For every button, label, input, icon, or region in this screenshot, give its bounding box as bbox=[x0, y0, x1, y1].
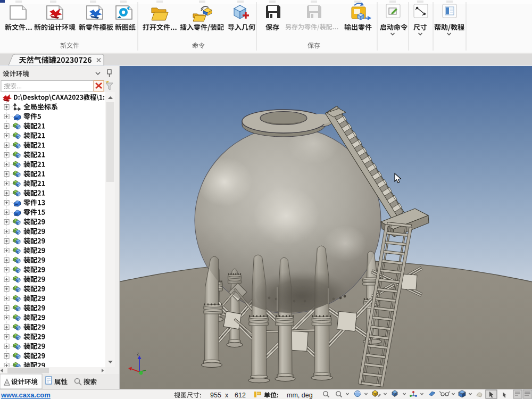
svg-text:x: x bbox=[225, 392, 229, 399]
svg-text:www.caxa.com: www.caxa.com bbox=[1, 391, 51, 399]
svg-text:612: 612 bbox=[235, 392, 246, 399]
svg-text:955: 955 bbox=[210, 392, 221, 399]
svg-text:mm, deg: mm, deg bbox=[287, 392, 313, 399]
